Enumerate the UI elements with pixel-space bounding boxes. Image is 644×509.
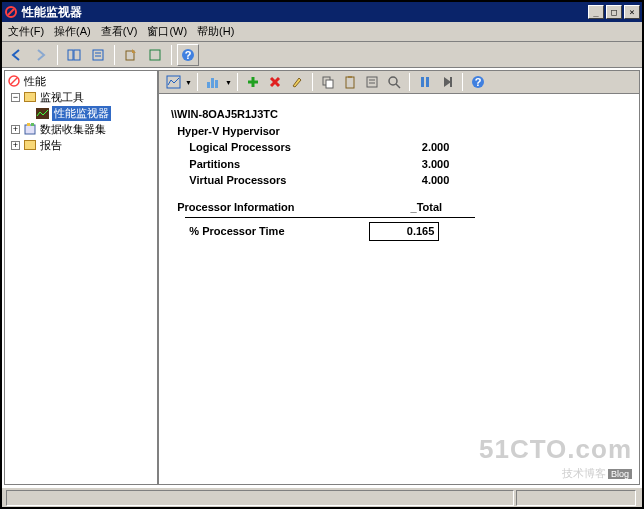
collector-icon xyxy=(23,122,37,136)
tree-root-label: 性能 xyxy=(24,74,46,89)
titlebar: 性能监视器 _ □ × xyxy=(2,2,642,22)
metric-label: Logical Processors xyxy=(189,139,379,156)
add-counter-button[interactable] xyxy=(243,72,263,92)
svg-text:?: ? xyxy=(475,76,482,88)
report-group: Hyper-V Hypervisor xyxy=(171,123,627,140)
tree-node-label: 数据收集器集 xyxy=(40,122,106,137)
statusbar xyxy=(2,487,642,507)
properties-button[interactable] xyxy=(362,72,382,92)
svg-rect-13 xyxy=(36,108,49,119)
show-hide-tree-button[interactable] xyxy=(63,44,85,66)
svg-text:?: ? xyxy=(185,49,192,61)
content-pane: ▼ ▼ ? \\WIN-8OAJ5R1 xyxy=(158,70,640,485)
svg-rect-34 xyxy=(421,77,424,87)
metric-label: Partitions xyxy=(189,156,379,173)
tree-node-label: 报告 xyxy=(40,138,62,153)
refresh-button[interactable] xyxy=(144,44,166,66)
close-button[interactable]: × xyxy=(624,5,640,19)
tree-node-monitor-tools[interactable]: − 监视工具 xyxy=(7,89,155,105)
help-button[interactable]: ? xyxy=(177,44,199,66)
status-cell xyxy=(6,490,514,506)
tree-node-label: 监视工具 xyxy=(40,90,84,105)
report-group-header: Processor Information_Total xyxy=(171,199,627,216)
svg-rect-19 xyxy=(211,78,214,88)
expand-icon[interactable]: + xyxy=(11,125,20,134)
content-toolbar: ▼ ▼ ? xyxy=(158,70,640,94)
tree-node-label: 性能监视器 xyxy=(52,106,111,121)
metric-value-selected[interactable]: 0.165 xyxy=(369,222,439,241)
tree-node-collectors[interactable]: + 数据收集器集 xyxy=(7,121,155,137)
svg-line-1 xyxy=(8,9,14,15)
export-button[interactable] xyxy=(120,44,142,66)
back-button[interactable] xyxy=(6,44,28,66)
report-row: % Processor Time0.165 xyxy=(171,222,627,241)
column-header: _Total xyxy=(372,199,442,216)
menu-window[interactable]: 窗口(W) xyxy=(147,24,187,39)
menu-view[interactable]: 查看(V) xyxy=(101,24,138,39)
report-host: \\WIN-8OAJ5R1J3TC xyxy=(171,106,627,123)
metric-value: 2.000 xyxy=(379,139,449,156)
view-chart-button[interactable] xyxy=(163,72,183,92)
properties-button[interactable] xyxy=(87,44,109,66)
svg-rect-2 xyxy=(68,50,73,60)
menu-file[interactable]: 文件(F) xyxy=(8,24,44,39)
svg-rect-18 xyxy=(207,82,210,88)
report-row: Partitions3.000 xyxy=(171,156,627,173)
svg-rect-4 xyxy=(93,50,103,60)
menu-help[interactable]: 帮助(H) xyxy=(197,24,234,39)
svg-rect-28 xyxy=(348,76,352,78)
tree-pane: 性能 − 监视工具 性能监视器 + 数据收集器集 + xyxy=(4,70,158,485)
dropdown-icon[interactable]: ▼ xyxy=(225,79,232,86)
report-row: Virtual Processors4.000 xyxy=(171,172,627,189)
svg-rect-3 xyxy=(74,50,80,60)
minimize-button[interactable]: _ xyxy=(588,5,604,19)
metric-value: 4.000 xyxy=(379,172,449,189)
zoom-button[interactable] xyxy=(384,72,404,92)
monitor-icon xyxy=(35,106,49,120)
update-button[interactable] xyxy=(437,72,457,92)
perf-icon xyxy=(7,74,21,88)
menubar: 文件(F) 操作(A) 查看(V) 窗口(W) 帮助(H) xyxy=(2,22,642,42)
group-label: Hyper-V Hypervisor xyxy=(177,125,280,137)
svg-rect-27 xyxy=(346,77,354,88)
metric-label: % Processor Time xyxy=(189,223,369,240)
svg-rect-20 xyxy=(215,80,218,88)
group-label: Processor Information xyxy=(177,199,372,216)
app-icon xyxy=(4,5,18,19)
freeze-button[interactable] xyxy=(415,72,435,92)
report-area: \\WIN-8OAJ5R1J3TC Hyper-V Hypervisor Log… xyxy=(158,94,640,485)
tree-node-reports[interactable]: + 报告 xyxy=(7,137,155,153)
folder-icon xyxy=(23,138,37,152)
svg-point-32 xyxy=(389,77,397,85)
svg-rect-14 xyxy=(25,125,35,134)
svg-line-33 xyxy=(396,84,400,88)
separator-line xyxy=(185,217,475,218)
help-button[interactable]: ? xyxy=(468,72,488,92)
svg-rect-16 xyxy=(31,123,34,126)
paste-button[interactable] xyxy=(340,72,360,92)
delete-counter-button[interactable] xyxy=(265,72,285,92)
menu-action[interactable]: 操作(A) xyxy=(54,24,91,39)
tree-node-perfmon[interactable]: 性能监视器 xyxy=(7,105,155,121)
main-toolbar: ? xyxy=(2,42,642,68)
forward-button[interactable] xyxy=(30,44,52,66)
status-cell xyxy=(516,490,636,506)
dropdown-icon[interactable]: ▼ xyxy=(185,79,192,86)
svg-rect-8 xyxy=(150,50,160,60)
svg-rect-35 xyxy=(426,77,429,87)
folder-icon xyxy=(23,90,37,104)
highlight-button[interactable] xyxy=(287,72,307,92)
view-histogram-button[interactable] xyxy=(203,72,223,92)
expand-icon[interactable]: + xyxy=(11,141,20,150)
metric-label: Virtual Processors xyxy=(189,172,379,189)
collapse-icon[interactable]: − xyxy=(11,93,20,102)
copy-button[interactable] xyxy=(318,72,338,92)
metric-value: 3.000 xyxy=(379,156,449,173)
maximize-button[interactable]: □ xyxy=(606,5,622,19)
svg-rect-15 xyxy=(27,123,30,126)
report-row: Logical Processors2.000 xyxy=(171,139,627,156)
tree-root[interactable]: 性能 xyxy=(7,73,155,89)
window-title: 性能监视器 xyxy=(22,4,588,21)
svg-line-12 xyxy=(11,78,17,84)
svg-rect-29 xyxy=(367,77,377,87)
